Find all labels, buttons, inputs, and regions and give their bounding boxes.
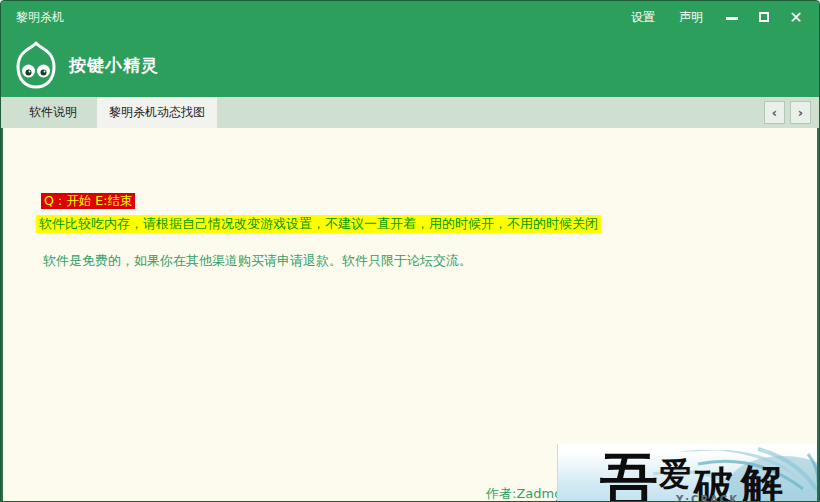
tab-scroll-right-button[interactable]: › (790, 101, 811, 124)
watermark-char-ai: 爱 (659, 458, 691, 490)
hotkey-instruction: Q：开始 E:结束 (41, 193, 135, 209)
tab-bar: 软件说明 黎明杀机动态找图 ‹ › (1, 97, 819, 128)
maximize-button[interactable] (751, 6, 777, 28)
chevron-left-icon: ‹ (772, 105, 777, 120)
minimize-icon (726, 17, 738, 20)
tab-scroll-controls: ‹ › (764, 101, 811, 124)
watermark-char-wu: 吾 (600, 451, 658, 501)
free-software-notice: 软件是免费的，如果你在其他渠道购买请申请退款。软件只限于论坛交流。 (43, 252, 472, 270)
52pojie-watermark-image: 吾 爱 破 解 Y·CRACK (557, 444, 819, 501)
app-window: 黎明杀机 设置 声明 ✕ 按键小精灵 软件说明 黎明杀机动态找图 ‹ › (0, 0, 820, 502)
tab-dynamic-image-search[interactable]: 黎明杀机动态找图 (97, 97, 217, 128)
statement-menu-button[interactable]: 声明 (671, 5, 711, 30)
tab-scroll-left-button[interactable]: ‹ (764, 101, 785, 124)
watermark-char-jie: 解 (741, 464, 783, 501)
minimize-button[interactable] (719, 6, 745, 28)
memory-warning: 软件比较吃内存，请根据自己情况改变游戏设置，不建议一直开着，用的时候开，不用的时… (36, 215, 601, 233)
title-bar: 黎明杀机 设置 声明 ✕ (1, 1, 819, 33)
window-title: 黎明杀机 (16, 9, 64, 26)
tab-software-description[interactable]: 软件说明 (9, 97, 97, 128)
watermark-subtext: Y·CRACK (676, 494, 739, 501)
maximize-icon (759, 12, 769, 22)
app-name: 按键小精灵 (69, 54, 159, 77)
author-credit: 作者:Zadmg (486, 485, 562, 501)
chevron-right-icon: › (798, 105, 803, 120)
settings-menu-button[interactable]: 设置 (623, 5, 663, 30)
app-header: 按键小精灵 (1, 33, 819, 97)
app-logo-icon (12, 41, 60, 89)
close-button[interactable]: ✕ (783, 5, 809, 30)
tab-content-panel: Q：开始 E:结束 软件比较吃内存，请根据自己情况改变游戏设置，不建议一直开着，… (1, 128, 819, 501)
